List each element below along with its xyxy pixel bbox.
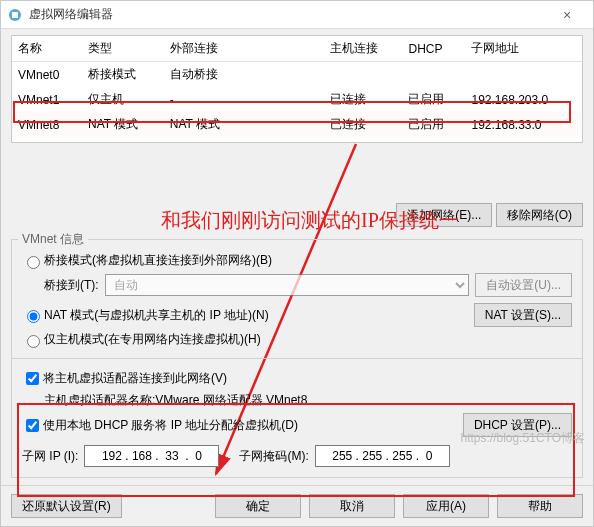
table-header-row: 名称 类型 外部连接 主机连接 DHCP 子网地址 <box>12 36 582 62</box>
cell-name: VMnet8 <box>12 112 82 137</box>
vmnet-info-group: VMnet 信息 桥接模式(将虚拟机直接连接到外部网络)(B) 桥接到(T): … <box>11 239 583 478</box>
cell-dhcp: 已启用 <box>402 87 465 112</box>
close-icon[interactable]: × <box>547 7 587 23</box>
table-row[interactable]: VMnet0桥接模式自动桥接 <box>12 62 582 88</box>
radio-nat-label: NAT 模式(与虚拟机共享主机的 IP 地址)(N) <box>44 307 269 324</box>
app-icon <box>7 7 23 23</box>
cell-type: NAT 模式 <box>82 112 164 137</box>
table-row[interactable]: VMnet8NAT 模式NAT 模式已连接已启用192.168.33.0 <box>12 112 582 137</box>
cell-dhcp: 已启用 <box>402 112 465 137</box>
host-adapter-name-value: VMware 网络适配器 VMnet8 <box>155 392 307 409</box>
col-type[interactable]: 类型 <box>82 36 164 62</box>
subnet-mask-input[interactable] <box>315 445 450 467</box>
network-table-container: 名称 类型 外部连接 主机连接 DHCP 子网地址 VMnet0桥接模式自动桥接… <box>11 35 583 143</box>
cell-name: VMnet1 <box>12 87 82 112</box>
cell-host <box>324 62 403 88</box>
check-dhcp-label: 使用本地 DHCP 服务将 IP 地址分配给虚拟机(D) <box>43 417 298 434</box>
col-subnet[interactable]: 子网地址 <box>465 36 582 62</box>
network-table: 名称 类型 外部连接 主机连接 DHCP 子网地址 VMnet0桥接模式自动桥接… <box>12 36 582 137</box>
check-dhcp[interactable] <box>26 419 39 432</box>
dialog-footer: 还原默认设置(R) 确定 取消 应用(A) 帮助 <box>1 485 593 526</box>
check-host-adapter[interactable] <box>26 372 39 385</box>
col-name[interactable]: 名称 <box>12 36 82 62</box>
host-adapter-name-label: 主机虚拟适配器名称: <box>44 392 155 409</box>
window-root: 虚拟网络编辑器 × 名称 类型 外部连接 主机连接 DHCP 子网地址 VMne… <box>0 0 594 527</box>
window-title: 虚拟网络编辑器 <box>29 6 547 23</box>
radio-bridge[interactable] <box>27 256 40 269</box>
remove-network-button[interactable]: 移除网络(O) <box>496 203 583 227</box>
nat-setting-button[interactable]: NAT 设置(S)... <box>474 303 572 327</box>
apply-button[interactable]: 应用(A) <box>403 494 489 518</box>
cell-subnet: 192.168.33.0 <box>465 112 582 137</box>
check-host-adapter-label: 将主机虚拟适配器连接到此网络(V) <box>43 370 227 387</box>
cell-host: 已连接 <box>324 112 403 137</box>
cell-host: 已连接 <box>324 87 403 112</box>
annotation-text: 和我们刚刚访问测试的IP保持统一 <box>161 207 459 234</box>
radio-bridge-label: 桥接模式(将虚拟机直接连接到外部网络)(B) <box>44 252 272 269</box>
subnet-ip-label: 子网 IP (I): <box>22 448 78 465</box>
cell-ext: - <box>164 87 324 112</box>
restore-defaults-button[interactable]: 还原默认设置(R) <box>11 494 122 518</box>
cell-type: 仅主机... <box>82 87 164 112</box>
radio-nat[interactable] <box>27 310 40 323</box>
cell-subnet <box>465 62 582 88</box>
radio-hostonly-label: 仅主机模式(在专用网络内连接虚拟机)(H) <box>44 331 261 348</box>
table-row[interactable]: VMnet1仅主机...-已连接已启用192.168.203.0 <box>12 87 582 112</box>
ok-button[interactable]: 确定 <box>215 494 301 518</box>
cell-ext: NAT 模式 <box>164 112 324 137</box>
radio-hostonly[interactable] <box>27 335 40 348</box>
subnet-mask-label: 子网掩码(M): <box>239 448 308 465</box>
auto-setting-button: 自动设置(U)... <box>475 273 572 297</box>
col-dhcp[interactable]: DHCP <box>402 36 465 62</box>
cell-dhcp <box>402 62 465 88</box>
help-button[interactable]: 帮助 <box>497 494 583 518</box>
titlebar: 虚拟网络编辑器 × <box>1 1 593 29</box>
col-external[interactable]: 外部连接 <box>164 36 324 62</box>
cell-ext: 自动桥接 <box>164 62 324 88</box>
bridge-to-select: 自动 <box>105 274 470 296</box>
dhcp-setting-button[interactable]: DHCP 设置(P)... <box>463 413 572 437</box>
svg-rect-1 <box>12 12 18 18</box>
bridge-to-label: 桥接到(T): <box>44 277 99 294</box>
col-host[interactable]: 主机连接 <box>324 36 403 62</box>
cell-name: VMnet0 <box>12 62 82 88</box>
subnet-ip-input[interactable] <box>84 445 219 467</box>
group-label: VMnet 信息 <box>18 231 88 248</box>
cancel-button[interactable]: 取消 <box>309 494 395 518</box>
cell-type: 桥接模式 <box>82 62 164 88</box>
cell-subnet: 192.168.203.0 <box>465 87 582 112</box>
